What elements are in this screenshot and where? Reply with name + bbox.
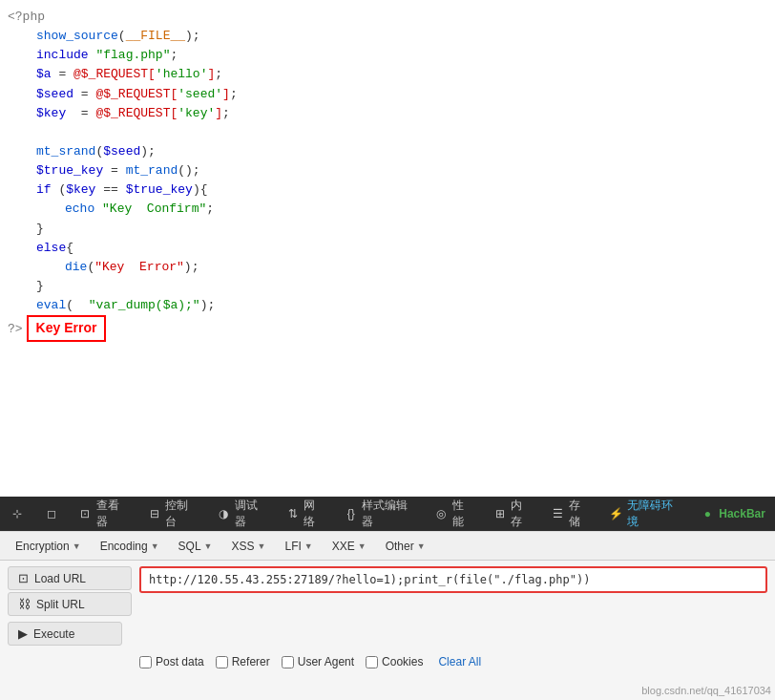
url-input[interactable] (139, 566, 767, 593)
menu-xxe[interactable]: XXE ▼ (325, 537, 374, 556)
devtools-inspect[interactable]: ⊹ (6, 504, 29, 523)
devtools-inspector[interactable]: ⊡ 查看器 (74, 497, 132, 531)
clear-all-link[interactable]: Clear All (438, 655, 481, 668)
xxe-label: XXE (332, 540, 355, 553)
encoding-label: Encoding (100, 540, 148, 553)
execute-icon: ▶ (18, 626, 28, 641)
devtools-storage[interactable]: ☰ 存储 (547, 497, 594, 531)
style-icon: {} (344, 506, 358, 521)
url-buttons: ⊡ Load URL ⛓ Split URL (8, 566, 132, 616)
code-line-16: ?> Key Error (0, 315, 775, 342)
devtools-memory[interactable]: ⊞ 内存 (489, 497, 535, 531)
devtools-style-editor[interactable]: {} 样式编辑器 (340, 497, 419, 531)
inspect-icon: ⊹ (10, 506, 25, 521)
referer-checkbox-label[interactable]: Referer (216, 655, 270, 668)
devtools-network[interactable]: ⇅ 网络 (282, 497, 328, 531)
code-line-1: <?php (0, 8, 775, 27)
memory-icon: ⊞ (492, 506, 507, 521)
load-url-label: Load URL (34, 572, 86, 585)
code-line-2: show_source(__FILE__); (0, 27, 775, 46)
post-data-checkbox-label[interactable]: Post data (139, 655, 204, 668)
code-line-15: eval( "var_dump($a);"); (0, 296, 775, 315)
devtools-console[interactable]: ⊟ 控制台 (143, 497, 200, 531)
devtools-debugger-label: 调试器 (235, 498, 266, 530)
menu-encoding[interactable]: Encoding ▼ (93, 537, 167, 556)
debugger-icon: ◑ (217, 506, 231, 521)
code-line-9: if ($key == $true_key){ (0, 180, 775, 200)
code-line-12: else{ (0, 239, 775, 258)
devtools-pick[interactable]: ◻ (40, 504, 63, 523)
menu-encryption[interactable]: Encryption ▼ (8, 537, 89, 556)
execute-row: ▶ Execute (0, 622, 775, 649)
cookies-checkbox[interactable] (366, 656, 378, 668)
code-area: <?php show_source(__FILE__); include "fl… (0, 0, 775, 497)
other-arrow-icon: ▼ (417, 541, 426, 551)
code-line-4: $a = @$_REQUEST['hello']; (0, 65, 775, 84)
devtools-network-label: 网络 (304, 498, 325, 530)
lfi-label: LFI (284, 540, 301, 553)
network-icon: ⇅ (285, 506, 300, 521)
menu-other[interactable]: Other ▼ (378, 537, 433, 556)
execute-label: Execute (33, 627, 74, 641)
url-row: ⊡ Load URL ⛓ Split URL (0, 561, 775, 622)
menu-lfi[interactable]: LFI ▼ (277, 537, 320, 556)
load-url-icon: ⊡ (18, 571, 29, 585)
hackbar-menu: Encryption ▼ Encoding ▼ SQL ▼ XSS ▼ LFI … (0, 532, 775, 561)
code-line-5: $seed = @$_REQUEST['seed']; (0, 85, 775, 104)
xxe-arrow-icon: ▼ (358, 541, 367, 551)
user-agent-checkbox-label[interactable]: User Agent (282, 655, 354, 668)
menu-xss[interactable]: XSS ▼ (224, 537, 274, 556)
devtools-hackbar-label: HackBar (719, 507, 765, 520)
user-agent-checkbox[interactable] (282, 656, 294, 668)
devtools-debugger[interactable]: ◑ 调试器 (213, 497, 270, 531)
encryption-label: Encryption (15, 540, 70, 553)
key-error-output: Key Error (27, 315, 107, 342)
code-line-blank (0, 123, 775, 142)
devtools-style-label: 样式编辑器 (362, 498, 415, 530)
sql-label: SQL (178, 540, 201, 553)
inspector-icon: ⊡ (78, 506, 93, 521)
code-line-13: die("Key Error"); (0, 258, 775, 277)
code-line-8: $true_key = mt_rand(); (0, 161, 775, 180)
referer-label: Referer (232, 655, 270, 668)
php-open-tag: <?php (8, 8, 45, 27)
devtools-console-label: 控制台 (165, 498, 197, 530)
post-data-checkbox[interactable] (139, 656, 152, 668)
devtools-perf-label: 性能 (452, 498, 473, 530)
split-url-icon: ⛓ (18, 597, 31, 611)
cookies-label: Cookies (382, 655, 423, 668)
devtools-accessibility-label: 无障碍环境 (627, 498, 681, 530)
pick-icon: ◻ (44, 506, 59, 521)
storage-icon: ☰ (551, 506, 565, 521)
hackbar-panel: Encryption ▼ Encoding ▼ SQL ▼ XSS ▼ LFI … (0, 531, 775, 700)
devtools-accessibility[interactable]: ⚡ 无障碍环境 (605, 497, 684, 531)
post-data-label: Post data (156, 655, 204, 668)
sql-arrow-icon: ▼ (204, 541, 213, 551)
cookies-checkbox-label[interactable]: Cookies (366, 655, 423, 668)
perf-icon: ◎ (434, 506, 449, 521)
code-line-3: include "flag.php"; (0, 46, 775, 65)
referer-checkbox[interactable] (216, 656, 228, 668)
accessibility-icon: ⚡ (609, 506, 623, 521)
console-icon: ⊟ (147, 506, 161, 521)
devtools-hackbar[interactable]: ● HackBar (696, 504, 769, 523)
load-url-button[interactable]: ⊡ Load URL (8, 566, 132, 590)
xss-arrow-icon: ▼ (258, 541, 266, 551)
encoding-arrow-icon: ▼ (151, 541, 159, 551)
code-line-11: } (0, 220, 775, 239)
execute-button[interactable]: ▶ Execute (8, 622, 122, 646)
encryption-arrow-icon: ▼ (73, 541, 81, 551)
user-agent-label: User Agent (298, 655, 354, 668)
hackbar-dot-icon: ● (700, 506, 715, 521)
devtools-storage-label: 存储 (569, 498, 590, 530)
code-line-14: } (0, 277, 775, 296)
lfi-arrow-icon: ▼ (304, 541, 313, 551)
devtools-performance[interactable]: ◎ 性能 (430, 497, 477, 531)
split-url-button[interactable]: ⛓ Split URL (8, 592, 132, 616)
url-input-area (139, 566, 767, 593)
menu-sql[interactable]: SQL ▼ (171, 537, 220, 556)
devtools-bar: ⊹ ◻ ⊡ 查看器 ⊟ 控制台 ◑ 调试器 ⇅ 网络 {} 样式编辑器 ◎ 性能… (0, 497, 775, 531)
checkbox-row: Post data Referer User Agent Cookies Cle… (0, 649, 775, 672)
devtools-inspector-label: 查看器 (96, 498, 128, 530)
code-line-6: $key = @$_REQUEST['key']; (0, 104, 775, 123)
